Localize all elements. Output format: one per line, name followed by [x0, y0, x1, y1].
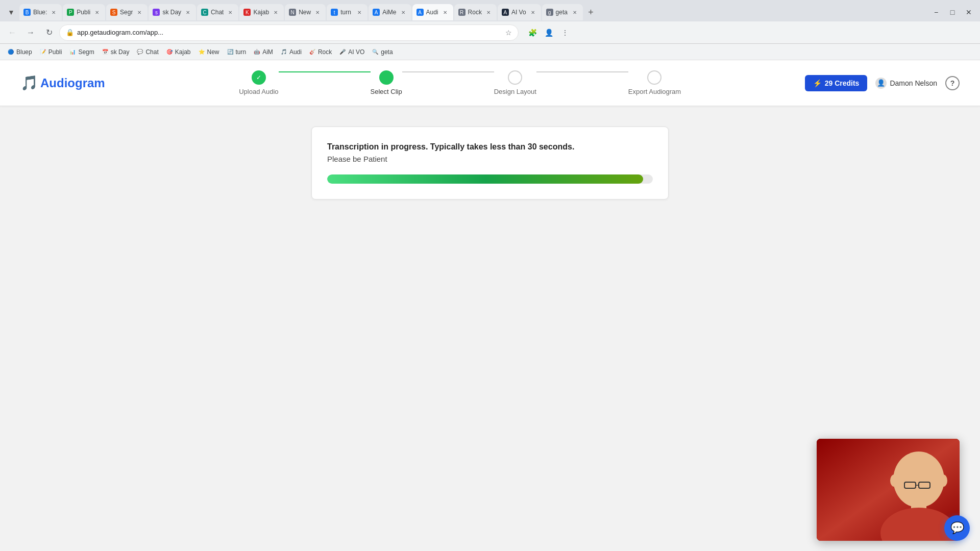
browser-tab-tab-7[interactable]: N New ✕	[285, 4, 326, 20]
step-circle	[508, 70, 522, 85]
bookmark-item-9[interactable]: 🎵Audi	[277, 47, 305, 57]
back-button[interactable]: ←	[4, 24, 20, 41]
address-bar-row: ← → ↻ 🔒 app.getaudiogram.com/app... ☆ 🧩 …	[0, 21, 980, 44]
bookmark-favicon: 🔍	[372, 48, 379, 56]
header-right: ⚡ 29 Credits 👤 Damon Nelson ?	[805, 75, 960, 91]
browser-tab-tab-3[interactable]: S Segr ✕	[106, 4, 148, 20]
tab-close-button[interactable]: ✕	[50, 8, 58, 16]
bookmark-favicon: 🎵	[280, 48, 287, 56]
tab-close-button[interactable]: ✕	[93, 8, 101, 16]
transcription-title: Transcription in progress. Typically tak…	[327, 142, 653, 152]
tab-favicon: t	[331, 9, 338, 16]
tab-bar: ▼ B Blue: ✕ P Publi ✕ S Segr ✕ s sk Day …	[0, 0, 980, 21]
bookmark-favicon: 📅	[102, 48, 109, 56]
transcription-card: Transcription in progress. Typically tak…	[311, 127, 669, 199]
reload-button[interactable]: ↻	[41, 24, 57, 41]
tab-label: Blue:	[33, 9, 47, 16]
bookmark-favicon: 🎤	[339, 48, 346, 56]
bookmark-item-1[interactable]: 📝Publi	[36, 47, 65, 57]
settings-icon[interactable]: ⋮	[557, 25, 573, 40]
step-circle: ✓	[252, 70, 266, 85]
browser-tab-tab-2[interactable]: P Publi ✕	[63, 4, 105, 20]
step-circle	[379, 70, 394, 85]
user-info[interactable]: 👤 Damon Nelson	[875, 78, 937, 89]
bookmark-favicon: 🎸	[309, 48, 316, 56]
tab-close-button[interactable]: ✕	[529, 8, 537, 16]
tab-close-button[interactable]: ✕	[272, 8, 280, 16]
browser-tab-tab-10[interactable]: A Audi ✕	[412, 4, 453, 20]
tab-close-button[interactable]: ✕	[441, 8, 449, 16]
chat-widget[interactable]: 💬	[944, 515, 970, 541]
bookmark-item-4[interactable]: 💬Chat	[133, 47, 161, 57]
transcription-subtitle: Please be Patient	[327, 155, 653, 163]
browser-tab-tab-1[interactable]: B Blue: ✕	[19, 4, 62, 20]
step-connector	[536, 71, 628, 95]
bookmark-item-5[interactable]: 🎯Kajab	[163, 47, 194, 57]
progress-bar-track	[327, 174, 653, 184]
bookmark-label: sk Day	[111, 48, 130, 56]
tab-close-button[interactable]: ✕	[184, 8, 192, 16]
tab-close-button[interactable]: ✕	[484, 8, 493, 16]
svg-point-8	[939, 474, 947, 487]
tab-list-toggle[interactable]: ▼	[4, 5, 18, 19]
forward-button[interactable]: →	[22, 24, 39, 41]
browser-tab-tab-12[interactable]: A AI Vo ✕	[498, 4, 541, 20]
browser-tab-tab-8[interactable]: t turn ✕	[327, 4, 368, 20]
tab-close-button[interactable]: ✕	[226, 8, 234, 16]
bookmark-label: turn	[236, 48, 247, 56]
bookmark-label: Chat	[145, 48, 158, 56]
bookmark-item-11[interactable]: 🎤AI VO	[336, 47, 368, 57]
logo-icon: 🎵	[20, 74, 38, 91]
tab-favicon: S	[110, 9, 117, 16]
tab-label: Audi	[426, 9, 438, 16]
app-logo[interactable]: 🎵 Audiogram	[20, 74, 105, 91]
tab-close-button[interactable]: ✕	[135, 8, 143, 16]
help-button[interactable]: ?	[945, 76, 960, 90]
new-tab-button[interactable]: +	[584, 5, 598, 19]
bookmark-item-10[interactable]: 🎸Rock	[306, 47, 335, 57]
close-button[interactable]: ✕	[962, 5, 976, 19]
tab-close-button[interactable]: ✕	[399, 8, 407, 16]
tab-close-button[interactable]: ✕	[571, 8, 579, 16]
browser-tab-tab-9[interactable]: A AiMe ✕	[369, 4, 411, 20]
tab-favicon: A	[416, 9, 424, 16]
browser-tab-tab-11[interactable]: R Rock ✕	[454, 4, 497, 20]
step-label: Design Layout	[494, 88, 536, 95]
bookmark-item-7[interactable]: 🔄turn	[224, 47, 250, 57]
profile-icon[interactable]: 👤	[541, 25, 556, 40]
address-input[interactable]: 🔒 app.getaudiogram.com/app... ☆	[59, 24, 519, 41]
credits-button[interactable]: ⚡ 29 Credits	[805, 75, 868, 91]
maximize-button[interactable]: □	[945, 5, 960, 19]
bookmark-label: Audi	[289, 48, 302, 56]
step-connector-line	[402, 71, 494, 72]
lock-icon: 🔒	[66, 29, 74, 36]
stepper: ✓ Upload Audio Select Clip Design Layout…	[136, 70, 785, 95]
bookmark-item-12[interactable]: 🔍geta	[369, 47, 396, 57]
browser-tab-tab-5[interactable]: C Chat ✕	[197, 4, 238, 20]
bookmark-star-icon[interactable]: ☆	[505, 29, 512, 37]
extensions-icon[interactable]: 🧩	[525, 25, 540, 40]
tab-favicon: R	[458, 9, 465, 16]
tab-favicon: C	[201, 9, 208, 16]
tab-label: AI Vo	[511, 9, 526, 16]
bookmark-label: Kajab	[175, 48, 191, 56]
minimize-button[interactable]: −	[929, 5, 943, 19]
browser-tab-tab-13[interactable]: g geta ✕	[542, 4, 583, 20]
browser-tab-tab-4[interactable]: s sk Day ✕	[149, 4, 196, 20]
bookmark-label: Publi	[48, 48, 62, 56]
credits-label: 29 Credits	[825, 79, 860, 87]
bookmark-item-8[interactable]: 🤖AiM	[250, 47, 276, 57]
bookmarks-bar: 🔵Bluep📝Publi📊Segm📅sk Day💬Chat🎯Kajab⭐New🔄…	[0, 44, 980, 60]
tab-close-button[interactable]: ✕	[313, 8, 322, 16]
tab-close-button[interactable]: ✕	[355, 8, 363, 16]
bookmark-item-3[interactable]: 📅sk Day	[99, 47, 133, 57]
bookmark-label: New	[207, 48, 219, 56]
bookmark-item-0[interactable]: 🔵Bluep	[4, 47, 35, 57]
tab-label: turn	[340, 9, 351, 16]
bookmark-item-2[interactable]: 📊Segm	[66, 47, 97, 57]
step-connector-line	[279, 71, 371, 72]
browser-tab-tab-6[interactable]: K Kajab ✕	[239, 4, 284, 20]
bookmark-item-6[interactable]: ⭐New	[195, 47, 223, 57]
app-wrapper: 🎵 Audiogram ✓ Upload Audio Select Clip D…	[0, 60, 980, 551]
tab-favicon: N	[289, 9, 296, 16]
